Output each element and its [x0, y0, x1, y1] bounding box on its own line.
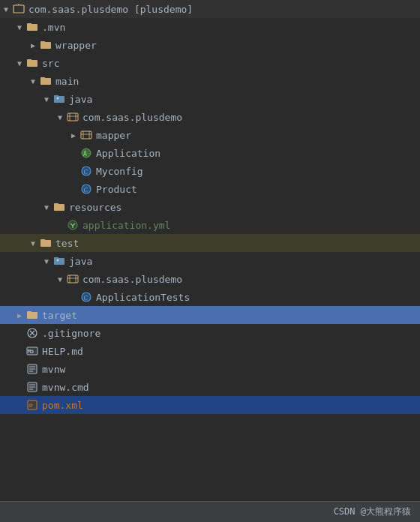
tree-icon-folder — [26, 20, 39, 34]
tree-icon-xml: m — [26, 398, 39, 412]
tree-icon-script — [26, 380, 39, 394]
tree-arrow-com.saas.plusdemo-test[interactable] — [54, 275, 66, 284]
tree-arrow-main[interactable] — [27, 77, 39, 86]
bottom-bar: CSDN @大熊程序猿 — [0, 501, 420, 522]
tree-arrow-java[interactable] — [40, 95, 52, 104]
tree-item-java-test[interactable]: java — [0, 252, 420, 270]
tree-arrow-wrapper[interactable] — [27, 41, 39, 50]
tree-label-java: java — [69, 94, 420, 105]
tree-icon-module — [12, 2, 26, 16]
tree-icon-folder — [39, 74, 52, 88]
tree-icon-java-class: C — [80, 164, 93, 178]
tree-item-wrapper[interactable]: wrapper — [0, 36, 420, 54]
tree-label-Product: Product — [96, 184, 420, 195]
tree-icon-package — [66, 272, 80, 286]
svg-text:C: C — [84, 169, 88, 176]
tree-label-.gitignore: .gitignore — [42, 328, 420, 339]
tree-icon-java-app: A — [80, 146, 93, 160]
tree-label-target: target — [42, 310, 420, 321]
tree-icon-java-class: C — [80, 182, 93, 196]
svg-text:Mↄ: Mↄ — [28, 349, 34, 355]
tree-item-.gitignore[interactable]: .gitignore — [0, 324, 420, 342]
tree-arrow-src[interactable] — [14, 59, 26, 68]
tree-item-application.yml[interactable]: application.yml — [0, 216, 420, 234]
tree-item-com.saas.plusdemo-test[interactable]: com.saas.plusdemo — [0, 270, 420, 288]
tree-icon-java-class: C — [80, 290, 93, 304]
tree-arrow-com.saas.plusdemo[interactable] — [54, 113, 66, 122]
tree-arrow-mvn[interactable] — [14, 23, 26, 32]
tree-label-mvnw: mvnw — [42, 364, 420, 375]
tree-item-java[interactable]: java — [0, 90, 420, 108]
svg-text:C: C — [84, 295, 88, 302]
tree-label-application.yml: application.yml — [82, 220, 420, 231]
tree-item-HELP.md[interactable]: Mↄ HELP.md — [0, 342, 420, 360]
tree-item-mapper[interactable]: mapper — [0, 126, 420, 144]
svg-text:C: C — [84, 187, 88, 194]
tree-icon-folder — [39, 236, 52, 250]
tree-label-mvnw.cmd: mvnw.cmd — [42, 382, 420, 393]
tree-label-wrapper: wrapper — [56, 40, 420, 51]
svg-rect-2 — [81, 131, 92, 139]
tree-label-HELP.md: HELP.md — [42, 346, 420, 357]
tree-label-ApplicationTests: ApplicationTests — [96, 292, 420, 303]
svg-point-9 — [68, 220, 77, 230]
tree-icon-script — [26, 362, 39, 376]
tree-item-mvnw[interactable]: mvnw — [0, 360, 420, 378]
svg-rect-0 — [14, 5, 24, 13]
file-tree: com.saas.plusdemo [plusdemo] .mvn wrappe… — [0, 0, 420, 522]
tree-label-mvn: .mvn — [42, 22, 420, 33]
tree-item-test[interactable]: test — [0, 234, 420, 252]
tree-item-Product[interactable]: C Product — [0, 180, 420, 198]
tree-item-src[interactable]: src — [0, 54, 420, 72]
tree-label-com.saas.plusdemo-test: com.saas.plusdemo — [82, 274, 420, 285]
tree-item-main[interactable]: main — [0, 72, 420, 90]
tree-label-resources: resources — [69, 202, 420, 213]
tree-icon-package — [66, 110, 80, 124]
tree-label-pom.xml: pom.xml — [42, 400, 420, 411]
tree-item-pom.xml[interactable]: m pom.xml — [0, 396, 420, 414]
tree-label-mapper: mapper — [96, 130, 420, 141]
tree-item-resources[interactable]: resources — [0, 198, 420, 216]
tree-icon-folder — [39, 38, 52, 52]
tree-icon-folder — [26, 308, 39, 322]
tree-item-ApplicationTests[interactable]: C ApplicationTests — [0, 288, 420, 306]
tree-item-target[interactable]: target — [0, 306, 420, 324]
tree-icon-folder-test — [52, 254, 66, 268]
tree-label-src: src — [42, 58, 420, 69]
tree-item-mvn[interactable]: .mvn — [0, 18, 420, 36]
tree-icon-gitignore — [26, 326, 39, 340]
tree-item-com.saas.plusdemo[interactable]: com.saas.plusdemo — [0, 108, 420, 126]
tree-item-Myconfig[interactable]: C Myconfig — [0, 162, 420, 180]
tree-item-root[interactable]: com.saas.plusdemo [plusdemo] — [0, 0, 420, 18]
tree-icon-markdown: Mↄ — [26, 344, 39, 358]
tree-icon-package — [80, 128, 93, 142]
tree-icon-folder-res — [52, 200, 66, 214]
bottom-bar-label: CSDN @大熊程序猿 — [334, 506, 411, 518]
tree-arrow-java-test[interactable] — [40, 257, 52, 266]
tree-label-root: com.saas.plusdemo [plusdemo] — [28, 4, 420, 15]
tree-arrow-resources[interactable] — [40, 203, 52, 212]
tree-label-Myconfig: Myconfig — [96, 166, 420, 177]
tree-arrow-target[interactable] — [14, 311, 26, 320]
tree-arrow-mapper[interactable] — [68, 131, 80, 140]
tree-icon-folder — [26, 56, 39, 70]
tree-item-Application[interactable]: A Application — [0, 144, 420, 162]
tree-icon-yaml — [66, 218, 80, 232]
tree-item-mvnw.cmd[interactable]: mvnw.cmd — [0, 378, 420, 396]
tree-label-java-test: java — [69, 256, 420, 267]
tree-icon-folder-src — [52, 92, 66, 106]
tree-label-main: main — [56, 76, 420, 87]
tree-arrow-test[interactable] — [27, 239, 39, 248]
svg-rect-1 — [68, 113, 78, 121]
tree-label-com.saas.plusdemo: com.saas.plusdemo — [82, 112, 420, 123]
tree-label-Application: Application — [96, 148, 420, 159]
svg-text:A: A — [83, 151, 87, 158]
tree-label-test: test — [56, 238, 420, 249]
tree-arrow-root[interactable] — [0, 5, 12, 14]
svg-rect-10 — [68, 275, 78, 283]
